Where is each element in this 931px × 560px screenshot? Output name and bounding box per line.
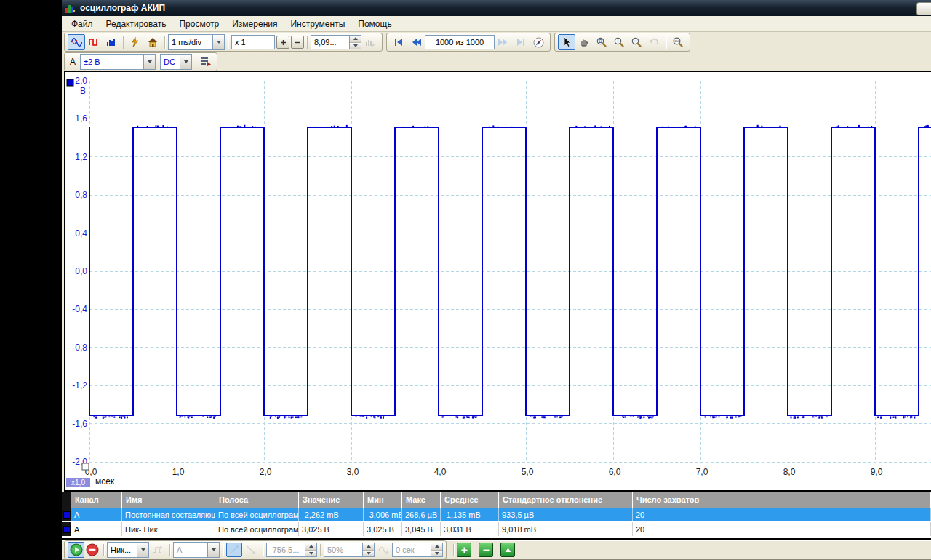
- scale-decrease-button[interactable]: [291, 36, 304, 49]
- channel-square-icon: [63, 526, 71, 533]
- column-header[interactable]: Макс: [402, 492, 441, 508]
- scale-value: x 1: [235, 38, 246, 47]
- chevron-down-icon: [137, 543, 148, 557]
- zoom-undo-button: [645, 34, 663, 50]
- compass-icon: [532, 36, 545, 49]
- table-cell: Пик- Пик: [122, 522, 215, 536]
- separator: [103, 544, 104, 556]
- column-header[interactable]: Канал: [71, 492, 122, 508]
- channel-settings-icon: [199, 56, 212, 67]
- channel-color-indicator: [62, 522, 71, 536]
- channel-range-select[interactable]: ±2 В: [80, 54, 156, 70]
- menu-item[interactable]: Инструменты: [284, 17, 351, 31]
- histogram-cursor-button: [361, 34, 379, 50]
- pointer-tool-button[interactable]: [558, 34, 575, 50]
- oscilloscope-plot[interactable]: 2,01,61,20,80,40,0-0,4-0,8-1,2-1,6-2,0В0…: [64, 71, 931, 492]
- skip-last-icon: [515, 36, 527, 48]
- table-cell: 3,045 В: [402, 522, 441, 536]
- next-frame-button: [495, 34, 512, 50]
- window-control-partial[interactable]: [916, 2, 931, 15]
- table-row[interactable]: AПостоянная составляющаяПо всей осциллог…: [62, 508, 931, 522]
- column-header[interactable]: Среднее: [441, 492, 499, 508]
- menu-item[interactable]: Помощь: [351, 17, 398, 31]
- scale-field[interactable]: x 1: [231, 35, 275, 49]
- channel-square-icon: [63, 511, 71, 519]
- first-frame-button[interactable]: [390, 34, 407, 50]
- table-cell: 20: [633, 522, 931, 536]
- histogram-icon: [105, 36, 117, 48]
- holdoff-curve-button: [375, 542, 392, 558]
- lightning-icon: [129, 36, 141, 48]
- offset-spinner[interactable]: 8,09...: [311, 35, 361, 49]
- separator: [320, 544, 321, 556]
- plus-icon: [460, 546, 468, 554]
- title-bar: осциллограф АКИП: [62, 0, 931, 16]
- trigger-falling-button: [242, 542, 260, 558]
- start-button[interactable]: [68, 543, 84, 557]
- column-header[interactable]: Стандартное отклонение: [499, 492, 633, 508]
- zoom-out-icon: [631, 36, 642, 48]
- svg-text:4,0: 4,0: [434, 467, 447, 477]
- pretrigger-value: 50%: [324, 543, 362, 557]
- collapse-panel-button[interactable]: [500, 543, 515, 557]
- channel-coupling-select[interactable]: DC: [160, 54, 192, 70]
- table-cell: -3,006 mB: [364, 508, 402, 521]
- table-row[interactable]: AПик- ПикПо всей осциллограмме3,025 В3,0…: [62, 522, 931, 537]
- menu-item[interactable]: Измерения: [225, 17, 284, 31]
- zoom-100-button[interactable]: 100: [669, 34, 687, 50]
- trigger-rising-button: [227, 543, 241, 556]
- table-cell: 3,031 В: [441, 522, 499, 536]
- zoom-region-button[interactable]: [593, 34, 610, 50]
- svg-text:-0,8: -0,8: [72, 343, 87, 353]
- home-button[interactable]: [144, 34, 161, 50]
- curve-icon: [377, 545, 389, 555]
- stop-button[interactable]: [84, 542, 100, 558]
- holdoff-time-value: 0 сек: [392, 543, 431, 557]
- menu-item[interactable]: Просмотр: [172, 17, 225, 31]
- svg-text:1,2: 1,2: [75, 152, 87, 162]
- buffer-position-field[interactable]: 1000 из 1000: [425, 35, 495, 49]
- timebase-select[interactable]: 1 ms/div: [168, 34, 225, 50]
- spectrum-view-button[interactable]: [103, 34, 120, 50]
- svg-text:1,0: 1,0: [172, 467, 185, 477]
- previous-frame-button[interactable]: [407, 34, 425, 50]
- column-header[interactable]: Мин: [364, 492, 402, 508]
- column-header[interactable]: Полоса: [215, 492, 299, 508]
- x-scale-badge[interactable]: x1,0: [66, 478, 90, 487]
- hand-icon: [578, 36, 590, 48]
- plus-icon: [280, 39, 287, 46]
- separator: [307, 36, 308, 49]
- spinner-arrows[interactable]: [349, 35, 361, 49]
- autosetup-button[interactable]: [127, 34, 144, 50]
- table-cell: A: [71, 508, 122, 521]
- menu-item[interactable]: Редактировать: [100, 17, 173, 31]
- playback-speed-button[interactable]: [530, 34, 547, 50]
- menu-item[interactable]: Файл: [65, 17, 100, 31]
- channel-settings-button[interactable]: [196, 54, 214, 70]
- table-cell: 3,025 В: [299, 522, 364, 536]
- table-cell: 933,5 µB: [499, 508, 633, 521]
- table-cell: По всей осциллограмме: [215, 508, 299, 521]
- zoom-in-button[interactable]: [610, 34, 628, 50]
- single-step-button: [149, 542, 167, 558]
- svg-text:6,0: 6,0: [609, 467, 621, 477]
- table-cell: -2,262 mB: [299, 508, 364, 521]
- waveform-view-button[interactable]: [68, 34, 85, 50]
- column-header[interactable]: Значение: [299, 492, 364, 508]
- column-header[interactable]: Имя: [122, 492, 215, 508]
- plot-canvas: 2,01,61,20,80,40,0-0,4-0,8-1,2-1,6-2,0В0…: [65, 72, 931, 490]
- channel-range-value: ±2 В: [81, 57, 143, 66]
- run-mode-select[interactable]: Ник...: [107, 542, 149, 558]
- main-toolbar: 1 ms/div x 1 8,09...: [62, 32, 931, 52]
- toolbar-group-pointer-zoom: 100: [554, 33, 690, 52]
- rising-edge-icon: [229, 545, 239, 555]
- column-header[interactable]: Число захватов: [633, 492, 931, 508]
- square-wave-view-button[interactable]: [85, 34, 103, 50]
- remove-measurement-button[interactable]: [479, 543, 493, 557]
- zoom-out-button[interactable]: [628, 34, 645, 50]
- svg-text:0,4: 0,4: [75, 228, 87, 239]
- pan-tool-button[interactable]: [575, 34, 593, 50]
- scale-increase-button[interactable]: [276, 36, 289, 49]
- add-measurement-button[interactable]: [457, 543, 471, 557]
- window-title: осциллограф АКИП: [80, 3, 165, 13]
